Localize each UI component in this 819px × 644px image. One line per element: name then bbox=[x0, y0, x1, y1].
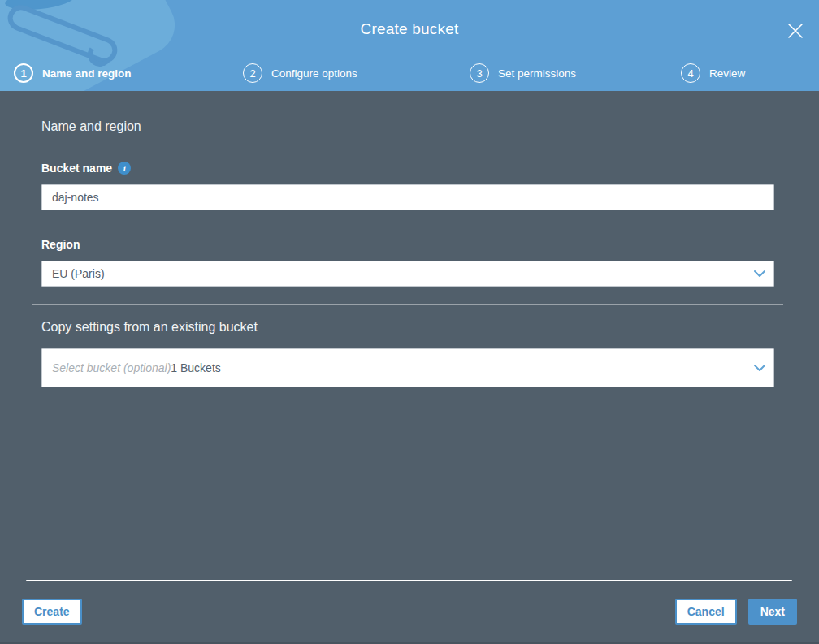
section-divider bbox=[32, 304, 783, 305]
region-label: Region bbox=[41, 238, 80, 251]
step-label: Configure options bbox=[271, 67, 358, 80]
bucket-name-input[interactable] bbox=[41, 184, 774, 210]
step-number-badge: 1 bbox=[14, 63, 33, 83]
create-button[interactable]: Create bbox=[22, 599, 82, 625]
step-review[interactable]: 4 Review bbox=[681, 62, 745, 84]
step-number-badge: 2 bbox=[243, 63, 262, 83]
step-label: Set permissions bbox=[498, 67, 576, 80]
copy-settings-title: Copy settings from an existing bucket bbox=[41, 320, 774, 335]
region-selected-value: EU (Paris) bbox=[52, 267, 105, 280]
dialog-title: Create bucket bbox=[0, 20, 819, 38]
step-label: Review bbox=[709, 67, 745, 80]
step-configure-options[interactable]: 2 Configure options bbox=[243, 62, 358, 84]
chevron-down-icon bbox=[754, 365, 765, 372]
step-label: Name and region bbox=[42, 67, 132, 80]
bucket-name-label-row: Bucket name i bbox=[41, 162, 774, 175]
footer-divider bbox=[26, 580, 792, 581]
bucket-rim-shape bbox=[4, 0, 76, 12]
next-button[interactable]: Next bbox=[748, 599, 797, 625]
region-select[interactable]: EU (Paris) bbox=[41, 261, 774, 287]
bucket-name-label: Bucket name bbox=[41, 162, 112, 175]
chevron-down-icon bbox=[754, 270, 765, 278]
footer-right-buttons: Cancel Next bbox=[675, 599, 797, 625]
bucket-count-text: 1 Buckets bbox=[171, 361, 220, 374]
step-set-permissions[interactable]: 3 Set permissions bbox=[470, 62, 576, 84]
dialog-header: Create bucket 1 Name and region 2 Config… bbox=[0, 0, 819, 91]
copy-bucket-placeholder: Select bucket (optional) bbox=[52, 361, 171, 374]
close-icon[interactable] bbox=[786, 21, 805, 41]
dialog-footer: Create Cancel Next bbox=[0, 599, 819, 625]
info-icon[interactable]: i bbox=[118, 162, 131, 175]
region-label-row: Region bbox=[41, 238, 774, 251]
copy-bucket-select[interactable]: Select bucket (optional) 1 Buckets bbox=[41, 348, 774, 387]
step-name-and-region[interactable]: 1 Name and region bbox=[14, 62, 132, 84]
step-number-badge: 4 bbox=[681, 63, 700, 83]
wizard-stepper: 1 Name and region 2 Configure options 3 … bbox=[0, 62, 819, 86]
step-number-badge: 3 bbox=[470, 63, 489, 83]
section-title-name-and-region: Name and region bbox=[41, 91, 774, 134]
dialog-body: Name and region Bucket name i Region EU … bbox=[0, 91, 819, 644]
cancel-button[interactable]: Cancel bbox=[675, 599, 737, 625]
